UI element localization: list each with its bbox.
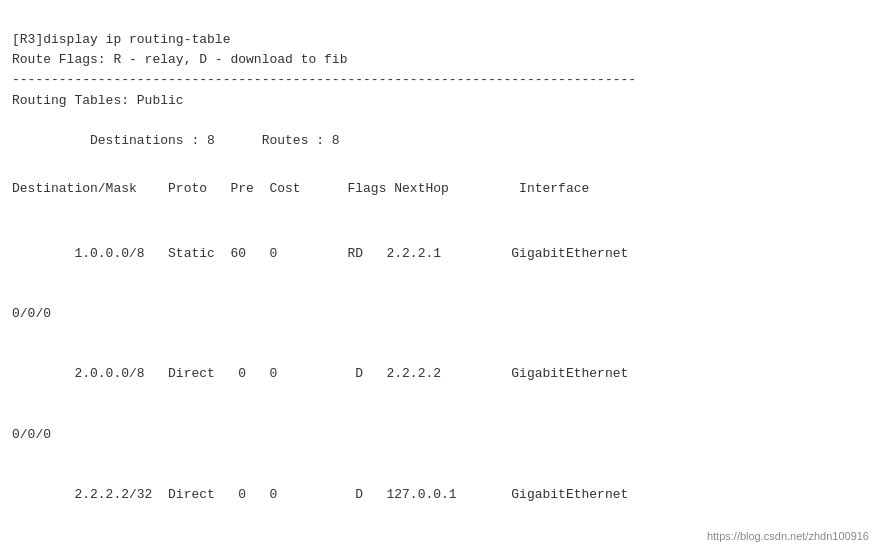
destinations-label: Destinations : 8 [28, 133, 215, 148]
routes-label: Routes : 8 [262, 133, 340, 148]
table-row: 2.0.0.0/8 Direct 0 0 D 2.2.2.2 GigabitEt… [12, 364, 865, 384]
routing-rows: 1.0.0.0/8 Static 60 0 RD 2.2.2.1 Gigabit… [12, 203, 865, 550]
table-row-cont: 0/0/0 [12, 304, 865, 324]
table-row-cont: 0/0/0 [12, 546, 865, 550]
divider-line: ----------------------------------------… [12, 72, 636, 87]
routing-tables: Routing Tables: Public [12, 93, 184, 108]
table-row: 1.0.0.0/8 Static 60 0 RD 2.2.2.1 Gigabit… [12, 244, 865, 264]
routing-header: Destination/Mask Proto Pre Cost Flags Ne… [12, 159, 865, 199]
table-row: 2.2.2.2/32 Direct 0 0 D 127.0.0.1 Gigabi… [12, 485, 865, 505]
header-row: Destination/Mask Proto Pre Cost Flags Ne… [12, 181, 589, 196]
terminal-output: [R3]display ip routing-table Route Flags… [12, 10, 865, 111]
route-flags: Route Flags: R - relay, D - download to … [12, 52, 347, 67]
command-line: [R3]display ip routing-table [12, 32, 230, 47]
destinations-routes-line: Destinations : 8 Routes : 8 [12, 111, 865, 151]
watermark: https://blog.csdn.net/zhdn100916 [707, 530, 869, 542]
table-row-cont: 0/0/0 [12, 425, 865, 445]
